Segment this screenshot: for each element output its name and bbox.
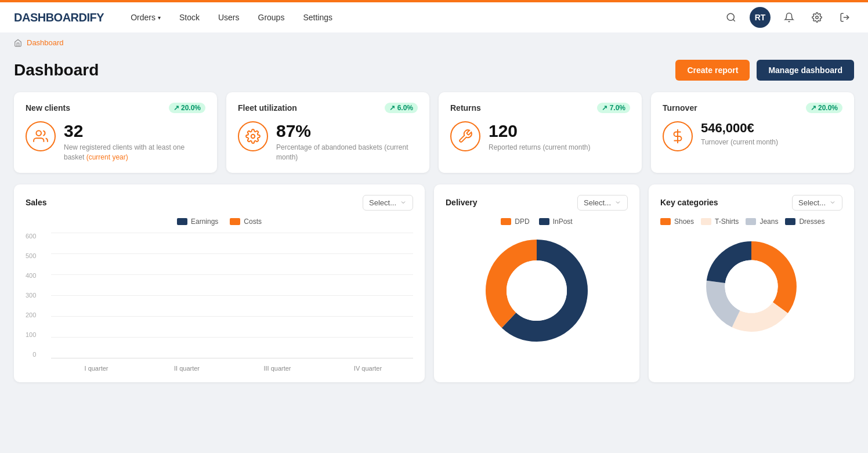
sales-select-dropdown[interactable]: Select... (363, 195, 413, 211)
legend-jeans: Jeans (746, 218, 778, 226)
categories-select-dropdown[interactable]: Select... (792, 195, 842, 211)
kpi-icon-turnover (663, 121, 693, 151)
kpi-row: New clients ↗ 20.0% 32 New registered cl… (14, 92, 854, 173)
bar-chart-area: 600 500 400 300 200 100 0 (26, 233, 413, 372)
categories-select-label: Select... (798, 198, 826, 207)
kpi-body-fleet: 87% Percentage of abandoned baskets (cur… (238, 121, 418, 162)
topnav: DASHBOARDIFY Orders ▾ Stock Users Groups… (0, 0, 868, 32)
manage-dashboard-button[interactable]: Manage dashboard (757, 60, 854, 81)
chevron-down-icon (400, 199, 407, 206)
kpi-value-returns: 120 (489, 121, 590, 140)
svg-point-2 (816, 16, 819, 19)
nav-stock[interactable]: Stock (171, 9, 208, 26)
x-label: I quarter (51, 365, 142, 372)
sales-chart-header: Sales Select... (26, 195, 413, 211)
kpi-body-turnover: 546,000€ Turnover (current month) (663, 121, 842, 151)
x-label: IV quarter (323, 365, 413, 372)
logout-icon (840, 12, 850, 23)
kpi-desc-returns: Reported returns (current month) (489, 143, 590, 153)
create-report-button[interactable]: Create report (675, 60, 750, 81)
breadcrumb: Dashboard (0, 32, 868, 53)
logout-button[interactable] (836, 8, 854, 27)
kpi-card-header-turnover: Turnover ↗ 20.0% (663, 103, 842, 113)
legend-dot-dresses (785, 218, 795, 225)
x-label: III quarter (232, 365, 323, 372)
kpi-value-turnover: 546,000€ (701, 121, 778, 135)
kpi-icon-new-clients (26, 121, 56, 151)
legend-dpd: DPD (501, 218, 529, 226)
categories-legend: Shoes T-Shirts Jeans Dresses (660, 218, 842, 226)
home-icon (14, 39, 22, 47)
avatar[interactable]: RT (750, 7, 771, 28)
nav-users[interactable]: Users (210, 9, 248, 26)
nav-orders[interactable]: Orders ▾ (122, 9, 169, 26)
delivery-chart-card: Delivery Select... DPD InPost (434, 184, 639, 382)
grid-line-0 (51, 358, 413, 358)
legend-inpost: InPost (539, 218, 573, 226)
y-label-100: 100 (26, 331, 36, 338)
svg-point-9 (507, 260, 567, 321)
svg-point-5 (251, 135, 255, 139)
nav-groups[interactable]: Groups (250, 9, 293, 26)
legend-label-tshirts: T-Shirts (715, 218, 739, 226)
search-button[interactable] (722, 8, 740, 27)
nav-settings[interactable]: Settings (295, 9, 341, 26)
legend-shoes: Shoes (660, 218, 694, 226)
x-axis: I quarterII quarterIII quarterIV quarter (51, 365, 413, 372)
categories-chart-card: Key categories Select... Shoes T-Shirts (649, 184, 854, 382)
legend-label-jeans: Jeans (760, 218, 778, 226)
svg-point-4 (36, 131, 41, 136)
legend-label-shoes: Shoes (674, 218, 694, 226)
chevron-down-icon-delivery (614, 199, 621, 206)
delivery-donut-wrapper (446, 233, 628, 349)
kpi-badge-new-clients: ↗ 20.0% (169, 103, 205, 113)
kpi-icon-fleet (238, 121, 268, 151)
users-icon (33, 129, 48, 144)
legend-dot-jeans (746, 218, 756, 225)
kpi-card-header: New clients ↗ 20.0% (26, 103, 205, 113)
bell-icon (784, 12, 794, 23)
legend-dot-tshirts (701, 218, 711, 225)
notifications-button[interactable] (780, 8, 798, 27)
svg-point-14 (725, 260, 777, 313)
breadcrumb-current: Dashboard (27, 38, 64, 47)
legend-earnings: Earnings (177, 218, 218, 226)
bar-chart-bars (51, 233, 413, 358)
legend-label-dresses: Dresses (799, 218, 824, 226)
kpi-icon-returns (450, 121, 480, 151)
delivery-legend: DPD InPost (446, 218, 628, 226)
kpi-badge-fleet: ↗ 6.0% (385, 103, 418, 113)
wrench-icon (458, 129, 473, 144)
sales-chart-card: Sales Select... Earnings Costs (14, 184, 425, 382)
y-label-200: 200 (26, 311, 36, 318)
logo-orange: DASHBOARD (14, 11, 87, 24)
y-label-400: 400 (26, 272, 36, 279)
delivery-chart-title: Delivery (446, 198, 477, 207)
sales-select-label: Select... (369, 198, 396, 207)
kpi-body-returns: 120 Reported returns (current month) (450, 121, 630, 153)
svg-line-1 (733, 19, 735, 21)
kpi-label-turnover: Turnover (663, 103, 697, 113)
kpi-content-turnover: 546,000€ Turnover (current month) (701, 121, 778, 147)
categories-donut-wrapper (660, 231, 842, 342)
kpi-value-fleet: 87% (276, 121, 418, 140)
bar-legend: Earnings Costs (26, 218, 413, 226)
search-icon (726, 12, 736, 23)
y-label-500: 500 (26, 252, 36, 259)
x-label: II quarter (142, 365, 232, 372)
y-label-0: 0 (32, 351, 36, 358)
categories-chart-title: Key categories (660, 198, 718, 207)
kpi-desc-new-clients: New registered clients with at least one… (64, 143, 205, 162)
y-axis: 600 500 400 300 200 100 0 (26, 233, 39, 358)
y-label-600: 600 (26, 233, 36, 240)
delivery-select-label: Select... (584, 198, 611, 207)
kpi-body-new-clients: 32 New registered clients with at least … (26, 121, 205, 162)
delivery-select-dropdown[interactable]: Select... (577, 195, 628, 211)
legend-label-earnings: Earnings (191, 218, 218, 226)
legend-dot-earnings (177, 218, 187, 225)
settings-button[interactable] (808, 8, 826, 27)
page-header: Dashboard Create report Manage dashboard (0, 53, 868, 92)
kpi-value-new-clients: 32 (64, 121, 205, 140)
logo: DASHBOARDIFY (14, 11, 104, 24)
header-actions: Create report Manage dashboard (675, 60, 854, 81)
